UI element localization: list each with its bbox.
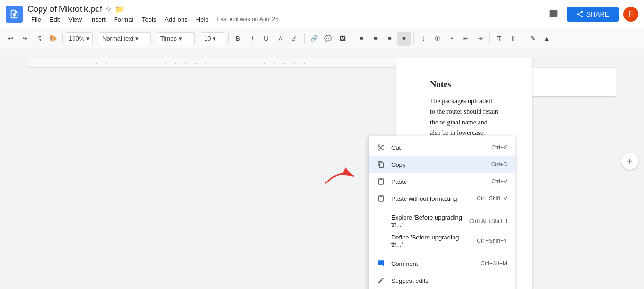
cut-shortcut: Ctrl+X [491,144,507,151]
ctx-paste[interactable]: Paste Ctrl+V [369,173,515,190]
menu-addons[interactable]: Add-ons [161,15,191,24]
paste-plain-shortcut: Ctrl+Shift+V [477,195,507,202]
ctx-suggest[interactable]: Suggest edits [369,272,515,289]
numbered-list-button[interactable]: ① [431,32,444,46]
star-icon[interactable]: ☆ [105,5,112,14]
divider3 [154,33,154,44]
paste-plain-icon [376,195,386,202]
ctx-comment[interactable]: Comment Ctrl+Alt+M [369,255,515,272]
menu-file[interactable]: File [27,15,45,24]
suggest-icon [376,277,386,284]
cut-icon [376,144,386,151]
size-select[interactable]: 10 ▾ [201,32,225,45]
image-button[interactable]: 🖼 [336,32,349,46]
paste-plain-label: Paste without formatting [391,195,471,202]
comment-button[interactable]: 💬 [322,32,335,46]
comment-label: Comment [391,260,475,267]
collapse-button[interactable]: ▲ [540,32,553,46]
style-value: Normal text [102,35,133,42]
comment-ctx-icon [376,260,386,267]
style-select[interactable]: Normal text ▾ [99,32,151,45]
align-right-button[interactable]: ≡ [383,32,396,46]
paragraph-1: The packages uploaded to the router shou… [430,96,498,139]
size-value: 10 [204,35,211,42]
add-page-button[interactable]: + [621,153,638,170]
decrease-indent-button[interactable]: ⇤ [459,32,472,46]
zoom-select[interactable]: 100% ▾ [66,32,93,45]
font-select[interactable]: Times ▾ [157,32,195,45]
format-options-button[interactable]: Ⅱ [507,32,520,46]
zoom-arrow: ▾ [86,35,90,42]
copy-label: Copy [391,161,486,168]
paste-icon [376,178,386,185]
text-color-button[interactable]: A [274,32,287,46]
folder-icon[interactable]: 📁 [115,5,124,14]
cut-label: Cut [391,144,486,151]
arrow-annotation [321,165,358,190]
title-right: SHARE F [545,6,638,23]
clear-format-button[interactable]: T̶ [493,32,506,46]
menu-insert[interactable]: Insert [86,15,109,24]
copy-icon [376,161,386,168]
menu-format[interactable]: Format [110,15,137,24]
ctx-cut[interactable]: Cut Ctrl+X [369,139,515,156]
menu-help[interactable]: Help [192,15,213,24]
share-button[interactable]: SHARE [567,7,619,22]
menu-tools[interactable]: Tools [138,15,160,24]
chat-icon[interactable] [545,6,562,23]
bullet-list-button[interactable]: • [445,32,458,46]
paste-shortcut: Ctrl+V [491,178,507,185]
explore-label: Explore 'Before upgrading th...' [391,214,463,228]
doc-area: · · · · · · · · · · · · · · · · · · · · … [28,49,616,289]
divider4 [198,33,198,44]
ctx-copy[interactable]: Copy Ctrl+C [369,156,515,173]
menu-edit[interactable]: Edit [46,15,64,24]
editing-button[interactable]: ✎ [526,32,539,46]
page-heading: Notes [430,77,498,91]
print-button[interactable]: 🖨 [32,32,45,46]
copy-shortcut: Ctrl+C [491,161,507,168]
paintformat-button[interactable]: 🎨 [46,32,59,46]
ctx-define[interactable]: Define 'Before upgrading th...' Ctrl+Shi… [369,231,515,251]
title-bar: Copy of Mikrotik.pdf ☆ 📁 File Edit View … [0,0,644,28]
comment-shortcut: Ctrl+Alt+M [480,260,507,267]
increase-indent-button[interactable]: ⇥ [473,32,487,46]
redo-button[interactable]: ↪ [18,32,31,46]
size-arrow: ▾ [213,35,216,42]
divider1 [62,33,63,44]
align-center-button[interactable]: ≡ [369,32,382,46]
define-label: Define 'Before upgrading th...' [391,234,471,248]
align-justify-button[interactable]: ≡ [397,32,411,46]
divider2 [96,33,96,44]
doc-icon [6,6,23,23]
suggest-label: Suggest edits [391,277,502,284]
bold-button[interactable]: B [231,32,245,46]
link-button[interactable]: 🔗 [307,32,321,46]
doc-title[interactable]: Copy of Mikrotik.pdf [27,4,102,14]
divider5 [228,33,229,44]
divider8 [413,33,414,44]
font-arrow: ▾ [179,35,182,42]
underline-button[interactable]: U [260,32,273,46]
italic-button[interactable]: I [246,32,259,46]
explore-shortcut: Ctrl+Alt+Shift+I [469,218,507,224]
sidebar-right: + [616,49,644,289]
share-label: SHARE [586,10,609,18]
line-spacing-button[interactable]: ↕ [417,32,430,46]
last-edit: Last edit was on April 25 [217,16,279,23]
title-section: Copy of Mikrotik.pdf ☆ 📁 File Edit View … [27,4,545,24]
highlight-button[interactable]: 🖊 [288,32,301,46]
menu-view[interactable]: View [65,15,85,24]
align-left-button[interactable]: ≡ [355,32,368,46]
ruler: · · · · · · · · · · · · · · · · · · · · … [28,58,396,68]
style-arrow: ▾ [135,35,139,42]
undo-button[interactable]: ↩ [4,32,17,46]
divider7 [352,33,352,44]
paste-label: Paste [391,178,486,185]
ctx-divider-1 [369,209,515,209]
avatar[interactable]: F [623,7,638,22]
ctx-explore[interactable]: Explore 'Before upgrading th...' Ctrl+Al… [369,211,515,231]
divider10 [523,33,523,44]
page-2-partial [532,68,616,96]
ctx-paste-plain[interactable]: Paste without formatting Ctrl+Shift+V [369,190,515,207]
